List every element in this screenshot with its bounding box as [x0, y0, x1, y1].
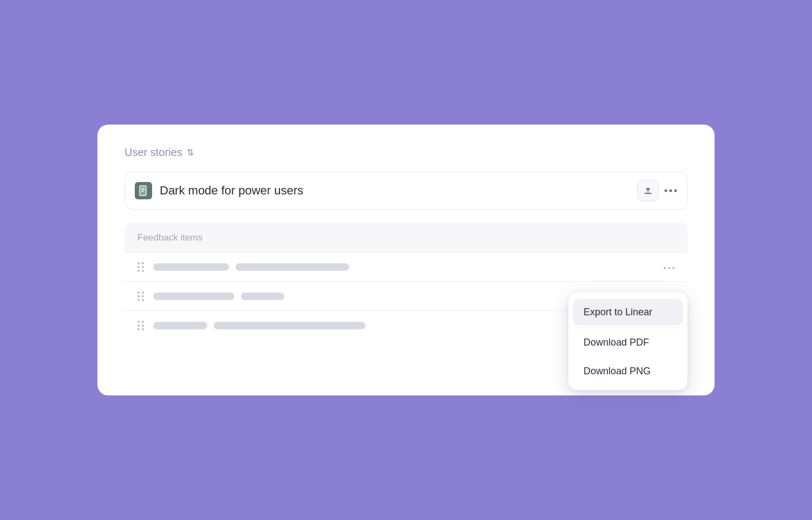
row-more-button[interactable]: [664, 261, 675, 272]
svg-point-5: [670, 190, 672, 192]
drag-handle[interactable]: [137, 262, 145, 272]
skeleton-placeholder: [153, 263, 229, 271]
svg-point-7: [664, 267, 666, 269]
download-png-item[interactable]: Download PNG: [568, 357, 687, 386]
svg-point-6: [675, 190, 677, 192]
svg-rect-1: [141, 188, 145, 189]
feedback-row: [125, 252, 687, 281]
svg-point-9: [672, 267, 675, 269]
story-left: Dark mode for power users: [135, 182, 303, 199]
skeleton-placeholder: [214, 322, 365, 329]
export-linear-item[interactable]: Export to Linear: [573, 299, 683, 326]
more-options-button[interactable]: [664, 188, 677, 193]
upload-button[interactable]: [637, 180, 659, 202]
svg-point-4: [665, 190, 667, 192]
svg-point-8: [668, 267, 670, 269]
sort-icon[interactable]: ⇅: [187, 147, 194, 158]
svg-rect-0: [140, 186, 146, 196]
story-header-bar: Dark mode for power users: [125, 172, 687, 210]
skeleton-placeholder: [153, 322, 207, 329]
story-icon: [135, 182, 152, 199]
section-title: User stories: [125, 146, 182, 159]
dropdown-menu: Export to Linear Download PDF Download P…: [568, 292, 687, 390]
svg-rect-2: [141, 190, 145, 191]
feedback-header: Feedback items: [125, 223, 687, 252]
skeleton-placeholder: [153, 292, 234, 300]
svg-rect-3: [141, 191, 143, 192]
row-content: [153, 263, 655, 271]
story-title: Dark mode for power users: [160, 184, 303, 198]
skeleton-placeholder: [235, 263, 349, 271]
section-title-row: User stories ⇅: [125, 146, 687, 159]
drag-handle[interactable]: [137, 291, 145, 301]
story-actions: [637, 180, 677, 202]
download-pdf-item[interactable]: Download PDF: [568, 328, 687, 357]
drag-handle[interactable]: [137, 321, 145, 330]
main-card: User stories ⇅ Dark mode for power users: [97, 125, 715, 395]
skeleton-placeholder: [241, 292, 284, 300]
